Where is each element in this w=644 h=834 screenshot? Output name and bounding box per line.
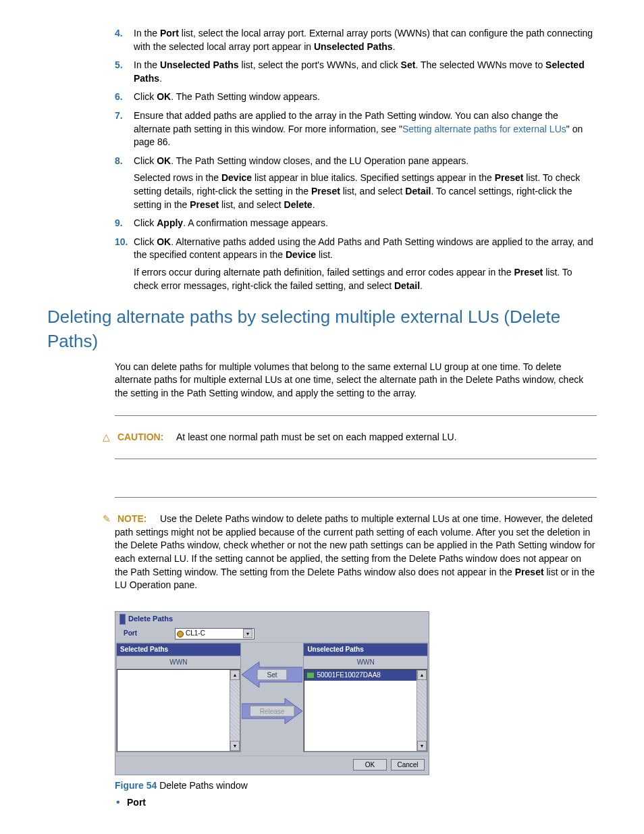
- dialog-footer: OK Cancel: [115, 756, 429, 775]
- scroll-down-icon[interactable]: ▾: [417, 741, 427, 751]
- section-intro: You can delete paths for multiple volume…: [115, 361, 597, 400]
- port-label: Port: [124, 629, 137, 638]
- step-7: 7. Ensure that added paths are applied t…: [115, 109, 597, 149]
- scroll-up-icon[interactable]: ▴: [230, 670, 240, 680]
- port-select[interactable]: CL1-C ▾: [175, 628, 254, 640]
- step-paragraph: Selected rows in the Device list appear …: [134, 172, 597, 211]
- step-text: Click OK. The Path Setting window closes…: [134, 155, 468, 166]
- step-text: Click OK. The Path Setting window appear…: [134, 91, 320, 102]
- note-text: Use the Delete Paths window to delete pa…: [115, 513, 595, 590]
- step-text: Click Apply. A confirmation message appe…: [134, 217, 328, 228]
- unselected-paths-panel: Unselected Paths WWN 50001FE10027DAA8 ▴ …: [303, 643, 428, 752]
- list-item[interactable]: 50001FE10027DAA8: [304, 670, 427, 681]
- step-text: Ensure that added paths are applied to t…: [134, 110, 583, 147]
- titlebar-accent: [119, 614, 126, 625]
- note-callout: ✎ NOTE: Use the Delete Paths window to d…: [115, 513, 597, 592]
- delete-paths-dialog: Delete Paths Port CL1-C ▾ Selected Paths…: [115, 611, 429, 775]
- cancel-button[interactable]: Cancel: [391, 759, 425, 771]
- release-button[interactable]: Release: [250, 705, 295, 716]
- figure-caption-text: Delete Paths window: [157, 780, 248, 791]
- note-icon: ✎: [103, 513, 113, 526]
- section-heading: Deleting alternate paths by selecting mu…: [47, 305, 597, 354]
- selected-paths-list[interactable]: ▴ ▾: [117, 669, 240, 752]
- wwn-value: 50001FE10027DAA8: [317, 671, 381, 680]
- divider: [115, 459, 597, 459]
- unselected-column-header: WWN: [304, 656, 427, 669]
- step-8: 8. Click OK. The Path Setting window clo…: [115, 155, 597, 211]
- bullet-list: Port: [115, 796, 597, 810]
- note-label: NOTE:: [117, 513, 147, 524]
- step-paragraph: If errors occur during alternate path de…: [134, 266, 597, 292]
- step-number: 5.: [115, 59, 123, 72]
- step-text: In the Unselected Paths list, select the…: [134, 59, 585, 84]
- step-number: 4.: [115, 27, 123, 41]
- scrollbar[interactable]: ▴ ▾: [230, 670, 240, 751]
- port-status-icon: [177, 631, 184, 637]
- figure-label: Figure 54: [115, 780, 157, 791]
- volume-icon: [306, 672, 315, 679]
- step-9: 9. Click Apply. A confirmation message a…: [115, 217, 597, 230]
- caution-label: CAUTION:: [117, 432, 163, 442]
- transfer-buttons: Set Release: [241, 643, 304, 756]
- set-button[interactable]: Set: [257, 669, 287, 680]
- ok-button[interactable]: OK: [353, 759, 387, 771]
- scrollbar[interactable]: ▴ ▾: [417, 670, 427, 751]
- chevron-down-icon[interactable]: ▾: [243, 629, 252, 638]
- step-number: 10.: [115, 236, 128, 249]
- bullet-item: Port: [127, 796, 597, 810]
- numbered-steps: 4. In the Port list, select the local ar…: [115, 27, 597, 292]
- step-number: 9.: [115, 217, 123, 230]
- step-5: 5. In the Unselected Paths list, select …: [115, 59, 597, 85]
- port-row: Port CL1-C ▾: [115, 627, 429, 643]
- dialog-title: Delete Paths: [128, 614, 173, 624]
- unselected-paths-title: Unselected Paths: [304, 644, 427, 656]
- caution-callout: △ CAUTION: At least one normal path must…: [115, 431, 597, 444]
- step-text: In the Port list, select the local array…: [134, 28, 593, 52]
- selected-paths-title: Selected Paths: [117, 644, 240, 656]
- caution-icon: △: [103, 431, 113, 444]
- step-4: 4. In the Port list, select the local ar…: [115, 27, 597, 53]
- step-number: 7.: [115, 109, 123, 123]
- cross-reference-link[interactable]: Setting alternate paths for external LUs: [402, 124, 566, 134]
- selected-column-header: WWN: [117, 656, 240, 669]
- step-6: 6. Click OK. The Path Setting window app…: [115, 90, 597, 104]
- scroll-up-icon[interactable]: ▴: [417, 670, 427, 680]
- dialog-titlebar: Delete Paths: [115, 612, 429, 627]
- step-number: 6.: [115, 90, 123, 104]
- step-number: 8.: [115, 155, 123, 168]
- figure-caption: Figure 54 Delete Paths window: [115, 779, 597, 793]
- unselected-paths-list[interactable]: 50001FE10027DAA8 ▴ ▾: [304, 669, 427, 752]
- port-select-value: CL1-C: [186, 629, 205, 637]
- scroll-down-icon[interactable]: ▾: [230, 741, 240, 751]
- caution-text: At least one normal path must be set on …: [176, 432, 457, 442]
- divider: [115, 415, 597, 416]
- selected-paths-panel: Selected Paths WWN ▴ ▾: [116, 643, 241, 752]
- divider: [115, 497, 597, 498]
- figure-delete-paths-window: Delete Paths Port CL1-C ▾ Selected Paths…: [115, 611, 597, 775]
- step-text: Click OK. Alternative paths added using …: [134, 236, 593, 261]
- step-10: 10. Click OK. Alternative paths added us…: [115, 236, 597, 292]
